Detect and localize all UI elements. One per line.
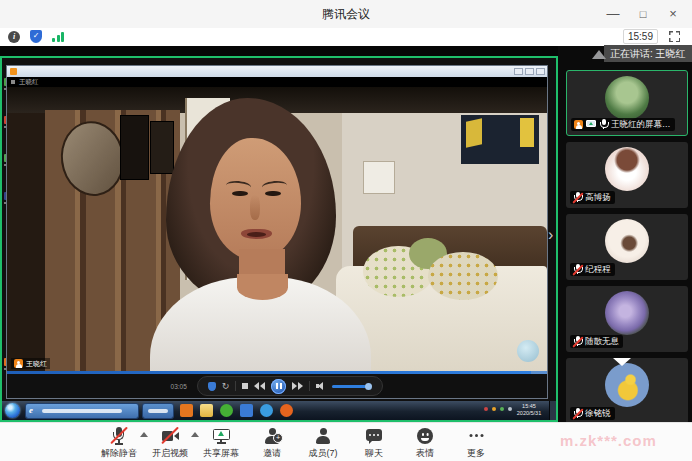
more-button[interactable]: 更多 <box>457 426 495 460</box>
start-video-button[interactable]: 开启视频 <box>151 426 189 460</box>
app-titlebar: 腾讯会议 — □ × <box>0 0 692 28</box>
video-scene: 王晓红 <box>7 87 547 371</box>
taskbar-clock: 15:45 2020/5/31 <box>512 403 546 417</box>
scene-painting-accent <box>466 118 482 147</box>
network-signal-icon[interactable] <box>52 32 66 42</box>
invite-icon: + <box>262 426 282 445</box>
maximize-button[interactable]: □ <box>628 0 658 28</box>
wechat-icon[interactable] <box>220 404 233 417</box>
presenter-name: 王晓红 <box>26 359 47 369</box>
woman-nose <box>250 195 260 221</box>
sidebar-collapse-arrow-icon[interactable] <box>592 50 606 59</box>
window-title: 腾讯会议 <box>0 0 692 28</box>
player-controls: 03:05 ↻ <box>7 374 547 398</box>
mic-options-arrow-icon[interactable] <box>140 432 148 437</box>
participant-name-bar: 徐铭锐 <box>570 407 615 420</box>
participant-name: 随散无息 <box>585 336 619 348</box>
volume-slider[interactable] <box>332 385 372 388</box>
start-button[interactable] <box>5 403 20 418</box>
members-button[interactable]: 成员(7) <box>304 426 342 460</box>
participant-tile[interactable]: 徐铭锐 <box>566 358 688 424</box>
participant-tile[interactable]: 高博扬 <box>566 142 688 208</box>
shared-screen-view[interactable]: 王晓红 <box>0 56 558 422</box>
pause-button[interactable] <box>271 379 286 394</box>
player-control-pill: ↻ <box>197 376 384 396</box>
camera-off-icon <box>160 426 180 445</box>
player-overlay-title: 王晓红 <box>19 77 39 87</box>
participant-tile[interactable]: 随散无息 <box>566 286 688 352</box>
participant-tile[interactable]: 纪程程 <box>566 214 688 280</box>
emoji-button[interactable]: 表情 <box>406 426 444 460</box>
scroll-down-more-participants-icon[interactable] <box>613 358 631 366</box>
chat-button[interactable]: 聊天 <box>355 426 393 460</box>
minimize-button[interactable]: — <box>598 0 628 28</box>
mic-muted-icon <box>573 336 582 348</box>
rewind-icon[interactable] <box>254 382 265 390</box>
taskbar-task-button[interactable]: e <box>26 404 138 418</box>
scene-picture-frame <box>150 121 174 174</box>
share-screen-button[interactable]: 共享屏幕 <box>202 426 240 460</box>
ie-taskbar-icon[interactable] <box>260 404 273 417</box>
folder-icon[interactable] <box>200 404 213 417</box>
participant-tile[interactable]: 王晓红的屏幕… <box>566 70 688 136</box>
close-button[interactable]: × <box>658 0 688 28</box>
volume-icon[interactable] <box>316 381 326 391</box>
members-icon <box>313 426 333 445</box>
avatar <box>605 76 649 120</box>
player-app-icon <box>10 68 17 75</box>
participant-name: 高博扬 <box>585 192 611 204</box>
mic-muted-icon <box>573 408 582 420</box>
fast-forward-icon[interactable] <box>292 382 303 390</box>
player-shield-icon[interactable] <box>208 382 216 391</box>
woman-chest <box>237 274 288 300</box>
host-badge-icon <box>574 120 583 129</box>
media-player-icon[interactable] <box>280 404 293 417</box>
avatar <box>605 147 649 191</box>
player-close-button[interactable] <box>536 68 545 75</box>
unmute-button[interactable]: 解除静音 <box>100 426 138 460</box>
player-minimize-button[interactable] <box>514 68 523 75</box>
media-player-window: 王晓红 <box>7 66 547 398</box>
avatar <box>605 363 649 407</box>
show-desktop-button[interactable] <box>549 401 556 420</box>
screen-share-icon <box>586 120 596 129</box>
system-tray[interactable] <box>484 407 512 411</box>
stop-icon[interactable] <box>242 383 248 389</box>
participant-name-bar: 高博扬 <box>570 191 615 204</box>
tencent-meeting-window: 腾讯会议 — □ × i ✓ 15:59 正在讲话: 王晓红 <box>0 0 692 461</box>
scene-pillow <box>428 252 498 300</box>
scene-painting-accent <box>520 118 534 146</box>
player-maximize-button[interactable] <box>525 68 534 75</box>
camera-options-arrow-icon[interactable] <box>191 432 199 437</box>
participant-name-bar: 纪程程 <box>570 263 615 276</box>
meeting-statusbar: i ✓ 15:59 <box>0 28 692 46</box>
video-page-next-chevron[interactable]: › <box>548 226 553 244</box>
divider <box>309 381 310 391</box>
mic-muted-icon <box>109 426 129 445</box>
participant-name: 纪程程 <box>585 264 611 276</box>
repeat-icon[interactable]: ↻ <box>222 382 230 391</box>
mic-on-icon <box>599 119 608 131</box>
mic-muted-icon <box>573 264 582 276</box>
windows-taskbar: e 15:45 2020/5/31 <box>2 401 556 420</box>
presenter-badge: 王晓红 <box>11 358 50 369</box>
meeting-toolbar: 解除静音 开启视频 共享屏幕 + 邀请 成员(7) 聊天 <box>0 422 692 461</box>
avatar <box>605 291 649 335</box>
participant-name: 王晓红的屏幕… <box>611 119 671 131</box>
participant-name-bar: 随散无息 <box>570 335 623 348</box>
scene-wall-frame <box>363 161 395 194</box>
participant-name-bar: 王晓红的屏幕… <box>571 118 675 131</box>
taskbar-app-icon[interactable] <box>180 404 193 417</box>
divider <box>235 381 236 391</box>
meeting-info-icon[interactable]: i <box>8 31 20 43</box>
security-shield-icon[interactable]: ✓ <box>30 30 42 43</box>
chat-icon <box>364 426 384 445</box>
fullscreen-icon[interactable] <box>669 31 680 42</box>
taskbar-app-icon[interactable] <box>240 404 253 417</box>
now-speaking-banner: 正在讲话: 王晓红 <box>604 45 692 62</box>
taskbar-task-button[interactable] <box>143 404 173 418</box>
invite-button[interactable]: + 邀请 <box>253 426 291 460</box>
toolbar-buttons: 解除静音 开启视频 共享屏幕 + 邀请 成员(7) 聊天 <box>100 426 495 460</box>
meeting-clock: 15:59 <box>623 29 658 44</box>
scene-picture-frame <box>120 115 149 179</box>
